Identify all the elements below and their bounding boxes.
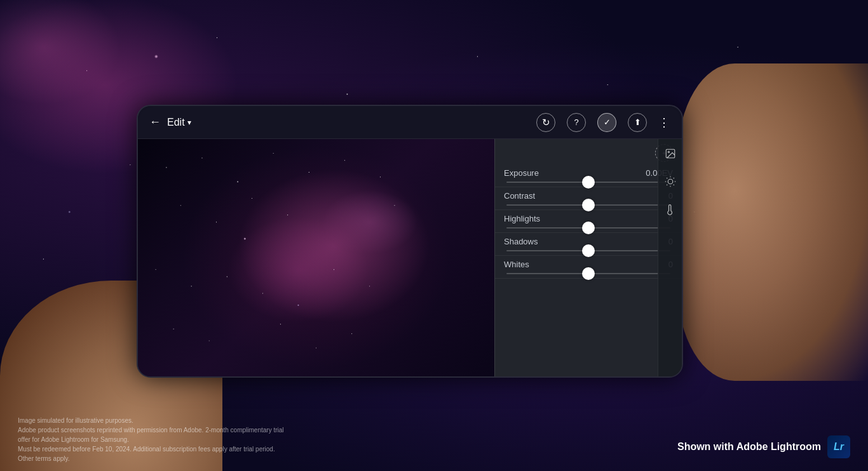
footnote-line3: Must be redeemed before Feb 10, 2024. Ad… bbox=[18, 444, 285, 463]
svg-point-2 bbox=[668, 179, 673, 184]
slider-exposure: Exposure 0.00EV bbox=[495, 164, 682, 187]
more-button[interactable]: ⋮ bbox=[658, 116, 670, 129]
whites-label: Whites bbox=[504, 260, 529, 269]
contrast-thumb[interactable] bbox=[582, 199, 595, 211]
gallery-icon[interactable] bbox=[662, 145, 679, 162]
topbar-left: ← Edit ▾ bbox=[149, 116, 191, 129]
shadows-track[interactable] bbox=[506, 250, 670, 251]
shadows-thumb[interactable] bbox=[582, 244, 595, 257]
footnote-line2: Adobe product screenshots reprinted with… bbox=[18, 425, 285, 444]
galaxy-photo bbox=[138, 139, 494, 376]
contrast-label: Contrast bbox=[504, 191, 535, 201]
highlights-label: Highlights bbox=[504, 214, 540, 223]
help-button[interactable]: ? bbox=[567, 113, 586, 132]
slider-contrast: Contrast 0 bbox=[495, 187, 682, 210]
svg-point-1 bbox=[668, 151, 669, 152]
lr-label: Shown with Adobe Lightroom bbox=[677, 441, 821, 453]
temperature-icon[interactable] bbox=[662, 201, 679, 218]
lr-badge: Shown with Adobe Lightroom Lr bbox=[677, 435, 850, 458]
back-button[interactable]: ← bbox=[149, 116, 161, 129]
exposure-track[interactable] bbox=[506, 182, 670, 183]
hand-right bbox=[677, 63, 868, 381]
svg-line-9 bbox=[667, 185, 667, 185]
contrast-track[interactable] bbox=[506, 204, 670, 206]
lr-logo: Lr bbox=[827, 435, 850, 458]
slider-shadows: Shadows 0 bbox=[495, 233, 682, 256]
slider-whites: Whites 0 bbox=[495, 256, 682, 279]
share-button[interactable]: ⬆ bbox=[628, 113, 647, 132]
exposure-thumb[interactable] bbox=[582, 176, 595, 189]
footnote: Image simulated for illustrative purpose… bbox=[18, 416, 285, 463]
slider-highlights: Highlights 0 bbox=[495, 210, 682, 233]
galaxy-stars bbox=[138, 139, 494, 376]
svg-line-10 bbox=[673, 178, 674, 178]
phone-content: ✦ Exposure 0.00EV Contrast 0 bbox=[138, 139, 682, 376]
footnote-line1: Image simulated for illustrative purpose… bbox=[18, 416, 285, 425]
light-icon[interactable] bbox=[662, 173, 679, 190]
redo-button[interactable]: ↻ bbox=[536, 113, 555, 132]
highlights-track[interactable] bbox=[506, 227, 670, 229]
lr-abbr: Lr bbox=[834, 441, 844, 453]
share-icon: ⬆ bbox=[634, 117, 641, 127]
panel-header: ✦ bbox=[495, 139, 682, 164]
check-button[interactable]: ✓ bbox=[597, 113, 616, 132]
edit-label: Edit bbox=[167, 117, 185, 128]
svg-line-5 bbox=[667, 178, 667, 178]
whites-track[interactable] bbox=[506, 273, 670, 274]
edit-title: Edit ▾ bbox=[167, 117, 191, 128]
phone-topbar: ← Edit ▾ ↻ ? ✓ ⬆ ⋮ bbox=[138, 106, 682, 139]
topbar-center: ↻ ? ✓ ⬆ ⋮ bbox=[536, 113, 670, 132]
svg-line-6 bbox=[673, 185, 674, 185]
side-toolbar bbox=[658, 139, 682, 376]
exposure-label: Exposure bbox=[504, 168, 539, 178]
whites-thumb[interactable] bbox=[582, 267, 595, 280]
help-icon: ? bbox=[574, 117, 578, 127]
phone-device: ← Edit ▾ ↻ ? ✓ ⬆ ⋮ bbox=[137, 105, 683, 378]
highlights-thumb[interactable] bbox=[582, 222, 595, 234]
shadows-label: Shadows bbox=[504, 237, 538, 246]
dropdown-icon[interactable]: ▾ bbox=[187, 118, 191, 127]
edit-panel: ✦ Exposure 0.00EV Contrast 0 bbox=[494, 139, 682, 376]
redo-icon: ↻ bbox=[542, 117, 550, 128]
check-icon: ✓ bbox=[604, 117, 611, 127]
